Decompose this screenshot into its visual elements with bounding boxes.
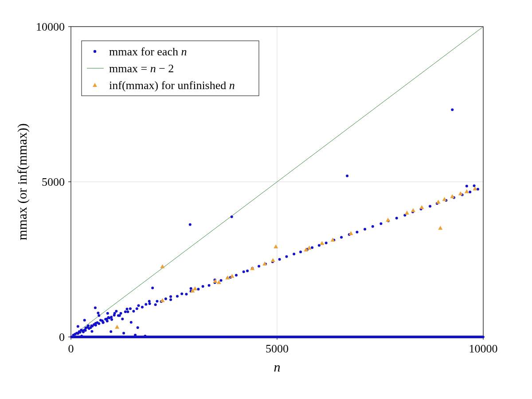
- xtick-label-0: 0: [68, 342, 74, 355]
- svg-point-1230: [121, 317, 124, 320]
- svg-point-1224: [115, 310, 117, 313]
- svg-point-1154: [169, 298, 172, 301]
- svg-point-1207: [189, 223, 192, 226]
- svg-point-1150: [154, 303, 157, 306]
- svg-marker-1255: [386, 218, 390, 222]
- svg-point-1162: [202, 285, 204, 288]
- svg-marker-1259: [436, 200, 441, 204]
- svg-point-1183: [325, 242, 328, 244]
- svg-point-1176: [278, 258, 281, 261]
- svg-point-1161: [197, 288, 200, 290]
- svg-point-1196: [429, 205, 431, 207]
- series-inf-mmax-triangles: [115, 186, 477, 329]
- svg-marker-1246: [250, 266, 254, 270]
- svg-point-1143: [132, 310, 135, 313]
- svg-marker-1248: [271, 258, 275, 262]
- svg-point-1210: [80, 335, 83, 337]
- series-mmax-dots: [72, 109, 479, 337]
- svg-marker-1262: [450, 194, 454, 198]
- svg-point-1214: [87, 325, 90, 327]
- ytick-label-10000: 10000: [36, 20, 65, 33]
- svg-point-1140: [124, 310, 127, 313]
- svg-point-1173: [258, 265, 260, 267]
- svg-point-1149: [148, 300, 151, 303]
- svg-point-1187: [356, 231, 358, 233]
- svg-point-1177: [285, 255, 288, 258]
- svg-point-1182: [318, 244, 321, 247]
- svg-point-1218: [90, 325, 93, 327]
- svg-point-1135: [110, 318, 113, 321]
- plot-svg: 0 5000 10000 0 5000 10000 n mmax (or inf…: [0, 0, 532, 399]
- svg-point-1223: [102, 321, 105, 324]
- svg-point-1129: [98, 322, 100, 325]
- svg-point-1148: [149, 302, 151, 305]
- svg-point-1208: [231, 215, 233, 218]
- x-axis-label: n: [274, 360, 281, 374]
- svg-marker-1245: [230, 274, 235, 278]
- svg-point-1178: [293, 253, 295, 255]
- svg-point-1189: [372, 225, 374, 228]
- ytick-label-0: 0: [59, 331, 65, 344]
- svg-point-1212: [84, 329, 87, 332]
- svg-point-1142: [129, 307, 132, 310]
- xtick-label-10000: 10000: [469, 342, 498, 355]
- svg-point-1226: [125, 308, 128, 310]
- svg-point-1157: [180, 293, 183, 295]
- svg-point-1233: [110, 330, 112, 333]
- zero-band-dots: [70, 336, 485, 338]
- svg-point-1170: [243, 270, 245, 273]
- svg-point-1236: [144, 335, 146, 337]
- legend-label-0: mmax for each n: [109, 45, 187, 58]
- svg-point-1179: [299, 250, 302, 253]
- svg-point-1156: [176, 295, 179, 297]
- svg-marker-1239: [160, 298, 164, 302]
- svg-point-1160: [190, 287, 192, 290]
- svg-point-1166: [220, 279, 223, 282]
- svg-point-1229: [110, 316, 113, 318]
- svg-point-1227: [118, 314, 121, 317]
- svg-point-1231: [130, 321, 133, 324]
- svg-marker-1261: [442, 197, 447, 201]
- svg-point-1211: [90, 330, 93, 332]
- svg-point-1234: [122, 332, 125, 335]
- svg-point-1188: [364, 228, 366, 231]
- svg-point-1192: [395, 217, 398, 219]
- svg-point-1228: [94, 306, 97, 309]
- svg-point-1147: [145, 303, 147, 306]
- legend-marker-dot: [94, 50, 96, 53]
- svg-point-1201: [469, 191, 471, 193]
- svg-point-1163: [208, 284, 211, 287]
- svg-point-1185: [340, 236, 343, 239]
- legend: mmax for each n mmax = n − 2 inf(mmax) f…: [82, 41, 259, 96]
- svg-marker-1241: [193, 286, 197, 290]
- svg-point-1209: [451, 109, 454, 111]
- svg-point-1190: [379, 223, 382, 225]
- svg-point-1232: [137, 326, 139, 329]
- y-axis-label: mmax (or inf(mmax)): [15, 123, 30, 240]
- svg-point-1169: [235, 274, 238, 277]
- svg-point-1110: [482, 336, 485, 338]
- svg-point-1219: [98, 314, 100, 317]
- svg-point-1158: [185, 293, 188, 295]
- svg-marker-1263: [458, 192, 463, 196]
- svg-point-1141: [126, 310, 129, 313]
- svg-point-1181: [311, 246, 313, 249]
- svg-point-1215: [94, 322, 97, 325]
- svg-point-1221: [106, 312, 109, 315]
- svg-point-1206: [346, 175, 348, 177]
- svg-point-1225: [97, 312, 99, 314]
- svg-point-1151: [156, 300, 158, 303]
- svg-point-1205: [151, 286, 154, 289]
- figure: 0 5000 10000 0 5000 10000 n mmax (or inf…: [0, 0, 532, 399]
- svg-point-1144: [136, 307, 138, 310]
- svg-marker-1258: [419, 205, 424, 209]
- svg-point-1153: [164, 297, 167, 300]
- svg-marker-1238: [160, 264, 164, 268]
- svg-point-1171: [246, 270, 249, 272]
- legend-label-1: mmax = n − 2: [109, 62, 174, 75]
- svg-point-1235: [134, 334, 137, 336]
- svg-point-1145: [137, 304, 140, 307]
- svg-point-1137: [113, 312, 116, 315]
- ytick-label-5000: 5000: [42, 176, 65, 188]
- svg-marker-1265: [473, 186, 477, 190]
